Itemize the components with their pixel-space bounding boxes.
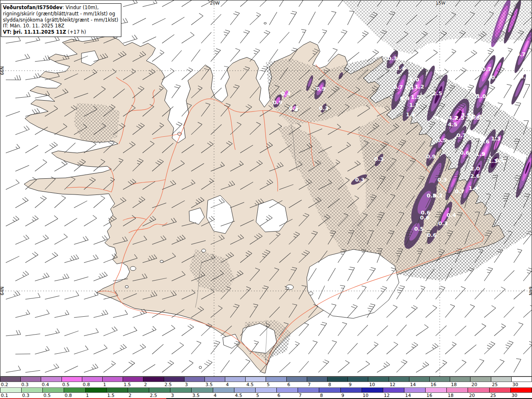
color-scale-tick-label: 4.5 xyxy=(246,382,254,387)
color-scale-cell xyxy=(277,388,298,392)
precip-value: 1.0 xyxy=(476,93,486,99)
precip-value: 0.5 xyxy=(437,137,446,143)
precip-value: 0.9 xyxy=(273,99,282,106)
precip-value: 1.3 xyxy=(491,135,500,142)
rain-colorbar-labels: 0.10.30.50.811.522.533.544.5567891012141… xyxy=(0,393,532,398)
color-scale-tick-label: 30 xyxy=(512,382,518,387)
color-scale-tick-label: 0.3 xyxy=(21,382,29,387)
color-scale-cell xyxy=(234,388,256,392)
color-scale-cell xyxy=(307,377,328,382)
color-scale-cell xyxy=(404,388,426,392)
color-scale-cell xyxy=(368,377,389,382)
color-scale-tick-label: 16 xyxy=(431,382,436,387)
color-scale-tick-label: 1 xyxy=(103,382,106,387)
color-scale-cell xyxy=(511,388,532,392)
color-scale-tick-label: 18 xyxy=(451,382,457,387)
color-scale-tick-label: 0.5 xyxy=(62,382,70,387)
title-line-2: rigning/skúrir (grænt/blátt/rautt - mm/1… xyxy=(3,11,118,17)
color-scale-tick-label: 6 xyxy=(278,393,281,398)
precip-value: 0.4 xyxy=(395,65,405,71)
color-scale-cell xyxy=(450,377,470,382)
precip-value: 0.3 xyxy=(319,105,328,111)
precip-value: 1.1 xyxy=(406,111,415,118)
color-scale-tick-label: 1.5 xyxy=(123,382,131,387)
color-scale-tick-label: 1.5 xyxy=(107,393,115,398)
precip-value: 2.6 xyxy=(470,173,480,179)
color-scale-cell xyxy=(266,377,286,382)
color-scale-tick-label: 14 xyxy=(405,393,411,398)
color-scale-cell xyxy=(164,377,185,382)
precip-value: 1.4 xyxy=(468,185,478,191)
weather-map-stage: 20W15W66N64N64N 0.30.41.00.71.11.20.91.5… xyxy=(0,0,532,399)
color-scale-cell xyxy=(328,377,348,382)
color-scale-tick-label: 14 xyxy=(410,382,416,387)
precip-value: 0.4 xyxy=(281,91,291,97)
precip-value: 1.0 xyxy=(409,76,419,83)
color-scale-tick-label: 0.4 xyxy=(42,382,49,387)
color-scale-tick-label: 18 xyxy=(448,393,453,398)
color-scale-tick-label: 9 xyxy=(341,393,344,398)
precip-value: 0.4 xyxy=(520,74,529,80)
lake xyxy=(125,286,128,288)
map-canvas: 20W15W66N64N64N 0.30.41.00.71.11.20.91.5… xyxy=(0,0,532,377)
precip-value: 0.3 xyxy=(437,177,447,183)
precip-value: 3.9 xyxy=(461,112,470,118)
color-scale-cell xyxy=(298,388,319,392)
color-scale-tick-label: 4.5 xyxy=(235,393,242,398)
precip-value: 0.4 xyxy=(446,212,456,218)
init-time-line: IT: Mán. 10. 11. 2025 18Z xyxy=(3,23,118,29)
color-scale-cell xyxy=(205,377,225,382)
color-scale-cell xyxy=(143,377,164,382)
color-scale-cell xyxy=(426,388,447,392)
precip-value: 0.5 xyxy=(289,105,298,111)
color-scale-tick-label: 3 xyxy=(171,393,174,398)
precip-value: 1.2 xyxy=(414,84,424,90)
color-scale-tick-label: 6 xyxy=(287,382,290,387)
color-scale-cell xyxy=(103,377,123,382)
color-scale-cell xyxy=(43,388,64,392)
color-scale-cell xyxy=(86,388,107,392)
sleet-colorbar xyxy=(0,377,532,382)
graticule-label: 64N xyxy=(528,286,532,295)
color-scale-cell xyxy=(64,388,85,392)
color-scale-tick-label: 12 xyxy=(384,393,390,398)
lake xyxy=(130,266,136,271)
color-scale-tick-label: 7 xyxy=(308,382,310,387)
color-scale-cell xyxy=(246,377,266,382)
color-scale-cell xyxy=(170,388,192,392)
color-scale-cell xyxy=(123,377,143,382)
color-scale-tick-label: 0.8 xyxy=(83,382,90,387)
color-scale-cell xyxy=(22,388,43,392)
color-scale-tick-label: 5 xyxy=(256,393,259,398)
precip-value: 0.6 xyxy=(427,232,436,238)
color-scale-tick-label: 10 xyxy=(369,382,375,387)
precip-value: 0.6 xyxy=(420,214,429,221)
island-grimsey xyxy=(264,22,266,24)
precip-value: 1.9 xyxy=(475,151,485,157)
color-scale-cell xyxy=(362,388,383,392)
color-scale-cell xyxy=(107,388,128,392)
color-scale-cell xyxy=(192,388,213,392)
color-scale-cell xyxy=(447,388,468,392)
color-scale-tick-label: 1 xyxy=(86,393,89,398)
precip-value: 0.7 xyxy=(393,84,403,90)
title-line-1: Veðurstofan/IS750dev: Vindur (10m), xyxy=(3,5,118,11)
precip-value: 1.1 xyxy=(404,84,414,91)
color-scale-cell xyxy=(409,377,430,382)
color-scale-tick-label: 3.5 xyxy=(205,382,213,387)
model-name: Veðurstofan/IS750dev xyxy=(3,5,62,10)
color-scale-tick-label: 12 xyxy=(389,382,395,387)
color-scale-cell xyxy=(0,388,22,392)
island-vestmannaeyjar xyxy=(199,366,202,369)
rain-colorbar xyxy=(0,387,532,393)
color-scale-cell xyxy=(128,388,149,392)
color-scale-cell xyxy=(41,377,62,382)
precip-value: 0.3 xyxy=(433,192,442,199)
lake xyxy=(202,249,206,252)
color-scale-tick-label: 5 xyxy=(267,382,270,387)
color-scale-cell xyxy=(348,377,368,382)
precip-value: 0.3 xyxy=(355,177,365,183)
color-scale-cell xyxy=(470,377,491,382)
color-scale-cell xyxy=(430,377,450,382)
precip-value: 1.6 xyxy=(480,138,489,145)
